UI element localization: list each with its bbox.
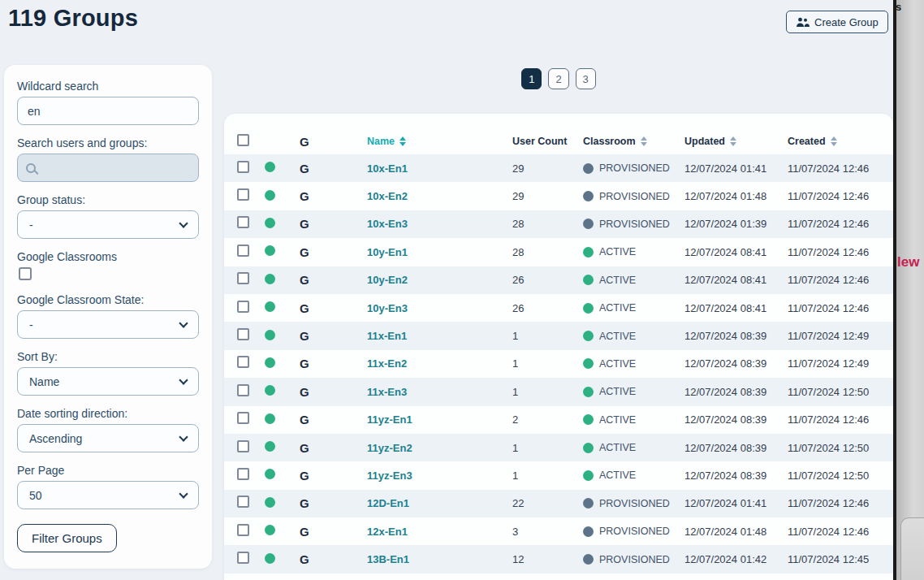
table-row[interactable]: G 11x-En1 1 ACTIVE 12/07/2024 08:39 11/0… <box>224 322 893 349</box>
table-row[interactable]: G 11yz-En1 2 ACTIVE 12/07/2024 08:39 11/… <box>224 406 893 434</box>
created-cell: 11/07/2024 12:45 <box>788 553 893 565</box>
filter-groups-button[interactable]: Filter Groups <box>17 524 117 552</box>
group-name-link[interactable]: 10x-En3 <box>367 218 512 230</box>
create-group-button[interactable]: Create Group <box>786 11 888 33</box>
google-classrooms-checkbox[interactable] <box>19 267 32 280</box>
user-group-search-input[interactable] <box>42 162 190 175</box>
table-row[interactable]: G 11x-En2 1 ACTIVE 12/07/2024 08:39 11/0… <box>224 350 893 378</box>
updated-cell: 12/07/2024 01:41 <box>684 162 788 175</box>
google-classroom-icon: G <box>294 496 367 510</box>
classroom-cell: PROVISIONED <box>583 526 684 537</box>
table-row[interactable]: G 12x-En1 3 PROVISIONED 12/07/2024 01:48… <box>224 517 893 545</box>
row-checkbox[interactable] <box>237 552 249 564</box>
classroom-state-select[interactable]: - <box>17 310 199 339</box>
classroom-status-dot <box>583 275 594 285</box>
row-checkbox[interactable] <box>237 468 249 480</box>
group-name-link[interactable]: 11x-En1 <box>367 330 512 342</box>
page-button-3[interactable]: 3 <box>576 68 596 89</box>
user-group-search-label: Search users and groups: <box>17 136 199 149</box>
user-count-cell: 1 <box>512 330 583 342</box>
group-name-link[interactable]: 11yz-En1 <box>367 413 512 426</box>
google-classroom-icon: G <box>294 162 367 175</box>
group-name-link[interactable]: 10y-En1 <box>367 246 512 258</box>
page-button-2[interactable]: 2 <box>548 68 568 89</box>
row-checkbox[interactable] <box>237 161 249 173</box>
group-status-select[interactable]: - <box>17 210 199 239</box>
row-checkbox[interactable] <box>237 440 249 452</box>
classroom-status-dot <box>583 470 594 481</box>
row-checkbox[interactable] <box>237 328 249 340</box>
user-count-cell: 1 <box>512 470 583 482</box>
group-name-link[interactable]: 10y-En3 <box>367 302 512 314</box>
row-checkbox[interactable] <box>237 188 249 201</box>
created-cell: 11/07/2024 12:50 <box>788 386 893 398</box>
updated-cell: 12/07/2024 08:39 <box>684 357 788 370</box>
row-checkbox[interactable] <box>237 524 249 536</box>
create-group-label: Create Group <box>814 16 879 28</box>
table-row[interactable]: G 12D-En1 22 PROVISIONED 12/07/2024 01:4… <box>224 490 893 517</box>
sort-by-select[interactable]: Name <box>17 367 199 396</box>
groups-table-card: G Name User Count Classroom Updated Crea… <box>224 114 893 580</box>
google-classroom-icon: G <box>294 217 367 231</box>
chevron-down-icon <box>179 219 188 227</box>
classroom-status-dot <box>583 443 594 453</box>
classroom-status-dot <box>583 554 594 565</box>
created-cell: 11/07/2024 12:46 <box>788 218 893 230</box>
table-row[interactable]: G 10y-En1 28 ACTIVE 12/07/2024 08:41 11/… <box>224 238 893 266</box>
page-button-1[interactable]: 1 <box>521 68 542 89</box>
table-row[interactable]: G 10x-En3 28 PROVISIONED 12/07/2024 01:3… <box>224 210 893 238</box>
group-name-link[interactable]: 12x-En1 <box>367 526 512 538</box>
table-row[interactable]: G 11x-En3 1 ACTIVE 12/07/2024 08:39 11/0… <box>224 378 893 405</box>
table-row[interactable]: G 10x-En1 29 PROVISIONED 12/07/2024 01:4… <box>224 154 893 182</box>
per-page-select[interactable]: 50 <box>17 481 199 509</box>
table-row[interactable]: G 13B-En1 12 PROVISIONED 12/07/2024 01:4… <box>224 545 893 573</box>
row-checkbox[interactable] <box>237 356 249 368</box>
google-classroom-header-icon: G <box>294 135 367 149</box>
group-status-dot <box>265 301 275 312</box>
group-name-link[interactable]: 10x-En2 <box>367 190 512 202</box>
classroom-status-dot <box>583 303 594 314</box>
sort-header-created[interactable]: Created <box>788 136 893 147</box>
row-checkbox[interactable] <box>237 272 249 284</box>
group-name-link[interactable]: 10x-En1 <box>367 162 512 175</box>
sort-header-updated[interactable]: Updated <box>684 136 788 147</box>
sort-header-classroom[interactable]: Classroom <box>583 136 684 147</box>
created-cell: 11/07/2024 12:50 <box>788 442 893 454</box>
user-group-search-field[interactable] <box>17 154 199 182</box>
row-checkbox[interactable] <box>237 245 249 257</box>
group-status-dot <box>265 162 275 172</box>
date-direction-select[interactable]: Ascending <box>17 424 199 452</box>
row-checkbox[interactable] <box>237 216 249 228</box>
sort-header-name[interactable]: Name <box>367 136 512 147</box>
table-row[interactable]: G 11yz-En3 1 ACTIVE 12/07/2024 08:39 11/… <box>224 461 893 489</box>
user-count-cell: 29 <box>512 162 583 175</box>
group-name-link[interactable]: 10y-En2 <box>367 274 512 286</box>
row-checkbox[interactable] <box>237 496 249 508</box>
group-name-link[interactable]: 11x-En2 <box>367 357 512 370</box>
wildcard-search-input[interactable] <box>17 97 199 125</box>
group-name-link[interactable]: 11x-En3 <box>367 386 512 398</box>
select-all-checkbox[interactable] <box>237 134 249 146</box>
table-row[interactable]: G 10y-En3 26 ACTIVE 12/07/2024 08:41 11/… <box>224 294 893 322</box>
classroom-cell: PROVISIONED <box>583 191 684 202</box>
row-checkbox[interactable] <box>237 384 249 396</box>
row-checkbox[interactable] <box>237 301 249 313</box>
table-row[interactable]: G 11yz-En2 1 ACTIVE 12/07/2024 08:39 11/… <box>224 434 893 461</box>
group-name-link[interactable]: 13B-En1 <box>367 553 512 565</box>
google-classroom-icon: G <box>294 357 367 370</box>
group-name-link[interactable]: 11yz-En3 <box>367 470 512 482</box>
table-row[interactable]: G 10y-En2 26 ACTIVE 12/07/2024 08:41 11/… <box>224 266 893 294</box>
page-title: 119 Groups <box>8 5 138 32</box>
chevron-down-icon <box>179 375 188 384</box>
created-cell: 11/07/2024 12:49 <box>788 357 893 370</box>
sort-by-value: Name <box>29 375 59 388</box>
date-direction-label: Date sorting direction: <box>17 407 199 420</box>
filter-panel: Wildcard search Search users and groups:… <box>4 65 212 569</box>
table-row[interactable]: G 10x-En2 29 PROVISIONED 12/07/2024 01:4… <box>224 182 893 210</box>
row-checkbox[interactable] <box>237 412 249 424</box>
sort-icon <box>831 136 837 146</box>
per-page-label: Per Page <box>17 464 199 477</box>
group-name-link[interactable]: 11yz-En2 <box>367 442 512 454</box>
classroom-status-dot <box>583 358 594 369</box>
group-name-link[interactable]: 12D-En1 <box>367 497 512 509</box>
